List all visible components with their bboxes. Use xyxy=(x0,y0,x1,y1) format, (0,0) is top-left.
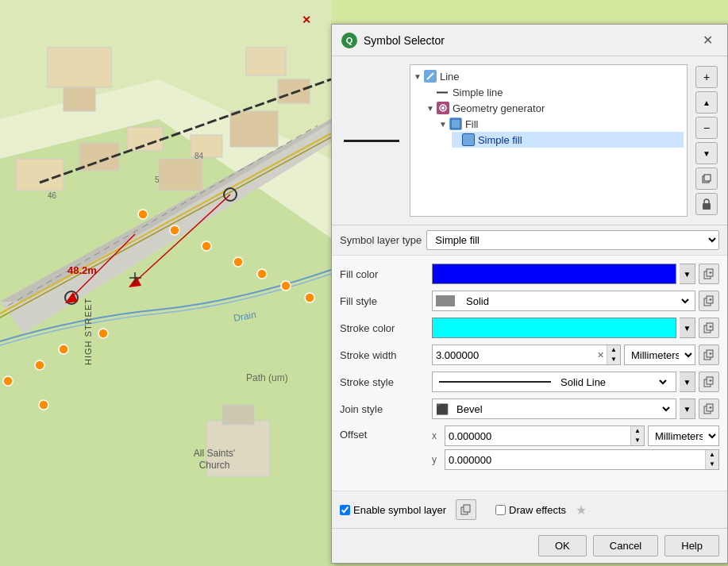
stroke-style-label: Stroke style xyxy=(340,376,427,388)
stroke-color-row: Stroke color ▼ xyxy=(340,318,719,338)
stroke-width-clear[interactable]: ✕ xyxy=(595,350,607,360)
tree-item-line[interactable]: ▼ Line xyxy=(414,68,684,84)
lock-layer-button[interactable] xyxy=(695,193,718,215)
fill-color-copy[interactable] xyxy=(699,264,719,284)
svg-rect-11 xyxy=(246,48,286,75)
stroke-width-unit[interactable]: Millimeters xyxy=(624,345,695,365)
svg-rect-3 xyxy=(48,48,111,87)
stroke-style-control: Solid Line ▼ xyxy=(432,372,719,392)
join-bevel-icon: ⬛ xyxy=(436,403,449,415)
join-style-select[interactable]: Bevel xyxy=(453,402,672,416)
tree-item-geometry-generator[interactable]: ▼ Geometry generator xyxy=(426,100,684,116)
stroke-style-preview xyxy=(439,381,551,383)
move-down-button[interactable]: ▼ xyxy=(695,142,718,164)
offset-y-spinners: ▲ ▼ xyxy=(705,450,718,469)
stroke-width-field[interactable] xyxy=(433,348,595,363)
offset-x-up[interactable]: ▲ xyxy=(631,426,644,436)
offset-y-field[interactable] xyxy=(445,450,705,469)
offset-area: Offset x ▲ ▼ Millimeters xyxy=(340,425,719,470)
stroke-style-copy[interactable] xyxy=(699,372,719,392)
symbol-layer-type-select[interactable]: Simple fill xyxy=(426,230,719,250)
offset-x-wrap: ▲ ▼ xyxy=(445,425,645,446)
svg-point-31 xyxy=(3,376,13,386)
draw-effects-checkbox[interactable] xyxy=(495,505,506,515)
stroke-color-copy[interactable] xyxy=(699,318,719,338)
offset-y-down[interactable]: ▼ xyxy=(706,460,718,469)
arrow-line: ▼ xyxy=(414,72,422,81)
arrow-fill: ▼ xyxy=(439,120,447,129)
tree-item-simple-line[interactable]: ▼ Simple line xyxy=(426,84,684,100)
offset-y-wrap: ▲ ▼ xyxy=(445,449,719,470)
offset-x-down[interactable]: ▼ xyxy=(631,436,644,445)
help-button[interactable]: Help xyxy=(664,535,719,556)
svg-text:48.2m: 48.2m xyxy=(67,264,97,276)
svg-point-30 xyxy=(35,360,44,370)
fill-color-dropdown[interactable]: ▼ xyxy=(680,264,695,284)
draw-effects-label[interactable]: Draw effects xyxy=(495,504,566,516)
cancel-button[interactable]: Cancel xyxy=(593,535,658,556)
join-style-copy[interactable] xyxy=(699,399,719,419)
svg-point-25 xyxy=(257,269,267,279)
add-layer-button[interactable]: + xyxy=(695,66,718,88)
svg-text:84: 84 xyxy=(195,152,204,160)
fill-icon xyxy=(449,117,462,130)
line-icon xyxy=(424,70,437,83)
fill-color-control: ▼ xyxy=(432,264,719,284)
duplicate-layer-button[interactable] xyxy=(695,167,718,190)
svg-text:✕: ✕ xyxy=(302,13,311,26)
enable-symbol-layer-checkbox[interactable] xyxy=(340,505,350,515)
svg-point-27 xyxy=(305,293,314,302)
enable-symbol-layer-text: Enable symbol layer xyxy=(353,504,446,516)
tree-item-simple-fill[interactable]: ▼ Simple fill xyxy=(452,132,684,148)
symbol-layer-type-row: Symbol layer type Simple fill xyxy=(332,225,727,256)
offset-y-up[interactable]: ▲ xyxy=(706,450,718,460)
enable-symbol-copy[interactable] xyxy=(456,499,476,520)
dialog-title-bar: Q Symbol Selector ✕ xyxy=(332,25,727,56)
fill-style-copy[interactable] xyxy=(699,291,719,311)
stroke-style-select[interactable]: Solid Line xyxy=(557,375,669,389)
enable-symbol-layer-label[interactable]: Enable symbol layer xyxy=(340,504,446,516)
svg-text:46: 46 xyxy=(48,191,57,200)
copy-to-icon3 xyxy=(703,322,715,333)
symbol-selector-dialog: Q Symbol Selector ✕ ▼ Line ▼ xyxy=(331,24,728,564)
simple-line-icon xyxy=(437,86,449,98)
fill-style-select[interactable]: Solid xyxy=(460,291,691,311)
copy-to-icon2 xyxy=(703,295,715,306)
stroke-width-copy[interactable] xyxy=(699,345,719,365)
close-button[interactable]: ✕ xyxy=(698,31,718,49)
stroke-width-down[interactable]: ▼ xyxy=(607,355,620,364)
copy-to-icon5 xyxy=(703,376,715,387)
fill-color-row: Fill color ▼ xyxy=(340,264,719,284)
svg-point-29 xyxy=(59,345,68,354)
svg-point-54 xyxy=(441,106,445,110)
tree-label-geom-gen: Geometry generator xyxy=(453,102,545,114)
stroke-style-dropdown[interactable]: ▼ xyxy=(680,372,695,392)
properties-area: Fill color ▼ Fill style xyxy=(332,256,727,491)
tree-label-fill: Fill xyxy=(465,118,479,130)
fill-color-button[interactable] xyxy=(432,264,676,284)
ok-button[interactable]: OK xyxy=(538,535,587,556)
stroke-color-button[interactable] xyxy=(432,318,676,338)
tree-item-fill[interactable]: ▼ Fill xyxy=(439,116,684,132)
fill-style-control: Solid xyxy=(432,291,719,311)
offset-x-spinners: ▲ ▼ xyxy=(630,426,644,445)
lock-icon xyxy=(702,198,711,210)
dialog-footer: OK Cancel Help xyxy=(332,528,727,563)
remove-layer-button[interactable]: − xyxy=(695,117,718,139)
svg-point-24 xyxy=(233,257,243,267)
fill-color-label: Fill color xyxy=(340,268,427,280)
stroke-style-row: Stroke style Solid Line ▼ xyxy=(340,372,719,392)
fill-style-row: Fill style Solid xyxy=(340,291,719,311)
svg-text:HIGH STREET: HIGH STREET xyxy=(83,298,93,365)
offset-x-unit[interactable]: Millimeters xyxy=(648,425,719,446)
move-up-button[interactable]: ▲ xyxy=(695,91,718,114)
join-style-label: Join style xyxy=(340,403,427,415)
stroke-color-dropdown[interactable]: ▼ xyxy=(680,318,695,338)
offset-label: Offset xyxy=(340,425,427,441)
join-style-dropdown[interactable]: ▼ xyxy=(680,399,695,419)
tree-label-simple-fill: Simple fill xyxy=(478,134,522,146)
stroke-width-up[interactable]: ▲ xyxy=(607,345,620,355)
stroke-color-control: ▼ xyxy=(432,318,719,338)
layer-tree[interactable]: ▼ Line ▼ Simple line ▼ xyxy=(410,64,688,217)
offset-x-field[interactable] xyxy=(445,426,630,445)
